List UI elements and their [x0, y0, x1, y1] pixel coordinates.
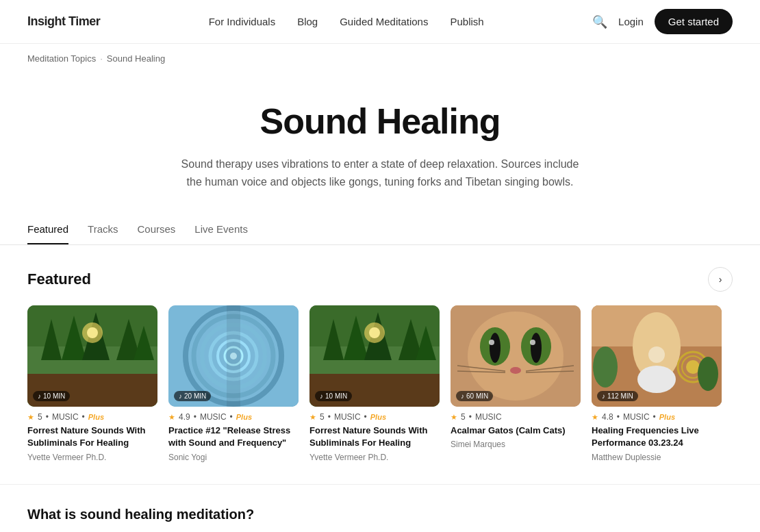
bottom-title: What is sound healing meditation?: [27, 507, 733, 522]
card-duration: ♪ 10 MIN: [33, 391, 70, 401]
nav-link-publish[interactable]: Publish: [450, 16, 483, 27]
music-note-icon: ♪: [461, 392, 464, 400]
card-title: Practice #12 "Release Stress with Sound …: [168, 425, 299, 449]
card-card-2[interactable]: ♪ 20 MIN ★ 4.9 • MUSIC • Plus Practice #…: [168, 305, 299, 461]
card-thumbnail: ♪ 112 MIN: [592, 305, 722, 407]
star-icon: ★: [27, 413, 34, 422]
card-title: Forrest Nature Sounds With Subliminals F…: [309, 425, 440, 449]
plus-badge-1: Plus: [236, 413, 252, 421]
logo[interactable]: Insight Timer: [27, 14, 100, 29]
card-card-5[interactable]: ♪ 112 MIN ★ 4.8 • MUSIC • Plus Healing F…: [592, 305, 722, 461]
svg-point-35: [489, 340, 494, 345]
main-nav: Insight Timer For Individuals Blog Guide…: [0, 0, 760, 44]
card-rating-row: ★ 5 • MUSIC • Plus: [27, 412, 157, 422]
bottom-section: What is sound healing meditation?: [0, 484, 760, 532]
star-icon: ★: [309, 413, 316, 422]
star-icon: ★: [592, 413, 598, 422]
card-duration: ♪ 112 MIN: [597, 391, 638, 401]
nav-link-for-individuals[interactable]: For Individuals: [209, 16, 276, 27]
card-duration: ♪ 60 MIN: [456, 391, 493, 401]
hero-description: Sound therapy uses vibrations to enter a…: [175, 155, 585, 190]
card-category: MUSIC: [334, 412, 361, 422]
card-rating-row: ★ 5 • MUSIC • Plus: [309, 412, 440, 422]
card-author: Sonic Yogi: [168, 453, 299, 462]
hero-section: Sound Healing Sound therapy uses vibrati…: [0, 73, 760, 204]
card-card-3[interactable]: ♪ 10 MIN ★ 5 • MUSIC • Plus Forrest Natu…: [309, 305, 440, 461]
card-meta: ★ 5 • MUSIC Acalmar Gatos (Calm Cats) Si…: [451, 412, 581, 449]
svg-point-36: [530, 340, 535, 345]
card-author: Yvette Vermeer Ph.D.: [309, 453, 440, 462]
card-author: Matthew Duplessie: [592, 453, 722, 462]
card-card-4[interactable]: ♪ 60 MIN ★ 5 • MUSIC Acalmar Gatos (Calm…: [451, 305, 581, 461]
next-button[interactable]: ›: [708, 267, 733, 292]
card-thumbnail: ♪ 10 MIN: [309, 305, 440, 407]
breadcrumb-separator: ·: [100, 53, 103, 64]
nav-link-blog[interactable]: Blog: [297, 16, 318, 27]
card-category: MUSIC: [623, 412, 650, 422]
card-rating-row: ★ 4.9 • MUSIC • Plus: [168, 412, 299, 422]
card-rating-row: ★ 5 • MUSIC: [451, 412, 581, 422]
svg-point-51: [593, 346, 618, 388]
card-rating: 4.8: [602, 412, 613, 422]
card-meta: ★ 4.8 • MUSIC • Plus Healing Frequencies…: [592, 412, 722, 461]
svg-point-9: [87, 327, 98, 338]
login-button[interactable]: Login: [618, 16, 644, 27]
svg-point-46: [648, 346, 665, 363]
card-meta: ★ 5 • MUSIC • Plus Forrest Nature Sounds…: [27, 412, 157, 461]
music-note-icon: ♪: [38, 392, 41, 400]
plus-badge-4: Plus: [659, 413, 675, 421]
search-button[interactable]: 🔍: [592, 14, 607, 29]
card-rating: 5: [320, 412, 325, 422]
nav-right: 🔍 Login Get started: [592, 9, 733, 34]
card-duration: ♪ 10 MIN: [315, 391, 352, 401]
nav-links: For Individuals Blog Guided Meditations …: [209, 16, 484, 27]
card-category: MUSIC: [200, 412, 227, 422]
music-note-icon: ♪: [320, 392, 323, 400]
page-title: Sound Healing: [27, 101, 733, 142]
card-rating: 5: [38, 412, 42, 422]
section-title: Featured: [27, 270, 91, 288]
section-header: Featured ›: [27, 267, 733, 292]
nav-link-guided-meditations[interactable]: Guided Meditations: [340, 16, 428, 27]
svg-point-50: [686, 360, 700, 374]
card-author: Simei Marques: [451, 440, 581, 449]
card-rating-row: ★ 4.8 • MUSIC • Plus: [592, 412, 722, 422]
star-icon: ★: [451, 413, 457, 422]
tab-featured[interactable]: Featured: [27, 223, 68, 244]
get-started-button[interactable]: Get started: [655, 9, 733, 34]
card-meta: ★ 5 • MUSIC • Plus Forrest Nature Sounds…: [309, 412, 440, 461]
music-note-icon: ♪: [179, 392, 182, 400]
featured-section: Featured › ♪ 10 MIN: [0, 245, 760, 483]
card-thumbnail: ♪ 10 MIN: [27, 305, 157, 407]
card-duration: ♪ 20 MIN: [174, 391, 211, 401]
card-title: Healing Frequencies Live Performance 03.…: [592, 425, 722, 449]
card-card-1[interactable]: ♪ 10 MIN ★ 5 • MUSIC • Plus Forrest Natu…: [27, 305, 157, 461]
card-meta: ★ 4.9 • MUSIC • Plus Practice #12 "Relea…: [168, 412, 299, 461]
card-category: MUSIC: [52, 412, 79, 422]
svg-point-28: [369, 327, 380, 338]
breadcrumb-current: Sound Healing: [107, 53, 165, 64]
svg-rect-18: [227, 305, 240, 407]
card-title: Acalmar Gatos (Calm Cats): [451, 425, 581, 437]
svg-point-34: [531, 333, 542, 363]
svg-point-33: [490, 333, 501, 363]
card-thumbnail: ♪ 20 MIN: [168, 305, 299, 407]
breadcrumb: Meditation Topics · Sound Healing: [0, 44, 760, 73]
svg-point-37: [510, 367, 521, 374]
plus-badge-0: Plus: [88, 413, 104, 421]
svg-point-47: [637, 366, 676, 393]
tab-tracks[interactable]: Tracks: [88, 223, 118, 244]
content-tabs: Featured Tracks Courses Live Events: [0, 204, 760, 245]
music-note-icon: ♪: [602, 392, 605, 400]
card-thumbnail: ♪ 60 MIN: [451, 305, 581, 407]
breadcrumb-parent[interactable]: Meditation Topics: [27, 53, 96, 64]
card-author: Yvette Vermeer Ph.D.: [27, 453, 157, 462]
card-title: Forrest Nature Sounds With Subliminals F…: [27, 425, 157, 449]
featured-cards: ♪ 10 MIN ★ 5 • MUSIC • Plus Forrest Natu…: [27, 305, 733, 461]
tab-live-events[interactable]: Live Events: [194, 223, 248, 244]
card-category: MUSIC: [475, 412, 502, 422]
tab-courses[interactable]: Courses: [138, 223, 176, 244]
plus-badge-2: Plus: [370, 413, 386, 421]
card-rating: 5: [461, 412, 466, 422]
card-rating: 4.9: [179, 412, 190, 422]
